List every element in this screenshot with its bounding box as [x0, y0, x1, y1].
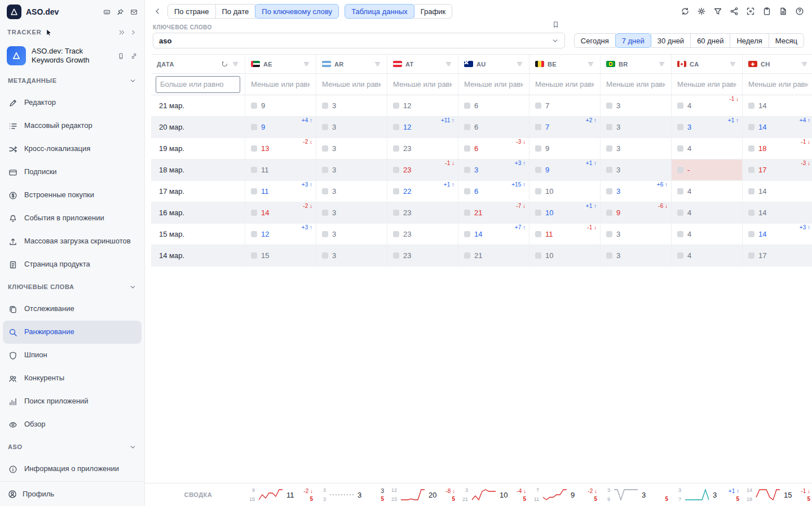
scan-icon[interactable] — [746, 7, 755, 16]
rank-cell: 14+3 ↑ — [743, 224, 812, 245]
profile-bar[interactable]: Профиль — [0, 481, 144, 506]
summary-cell: 3?3+1 ↑5 — [672, 483, 743, 506]
date-filter-input[interactable] — [156, 76, 240, 93]
settings-icon[interactable] — [697, 7, 706, 16]
period-button[interactable]: Сегодня — [574, 33, 616, 48]
sidebar-item[interactable]: Информация о приложении — [3, 458, 142, 481]
rank-filter-input[interactable] — [463, 80, 524, 88]
rank-cell: 11-1 ↓ — [529, 224, 601, 245]
rank-cell: 21-7 ↓ — [458, 202, 529, 223]
rank-value: 14 — [758, 187, 766, 196]
bars-icon — [8, 397, 17, 406]
sidebar-item[interactable]: Конкуренты — [3, 367, 142, 390]
sidebar-item[interactable]: Поиск приложений — [3, 390, 142, 413]
app-icon — [748, 103, 754, 109]
best-value: 12 — [391, 487, 397, 493]
period-button[interactable]: Неделя — [730, 33, 769, 48]
summary-current-value: 15 — [784, 491, 792, 499]
sidebar-item[interactable]: Шпион — [3, 344, 142, 367]
rank-value: 3 — [474, 166, 478, 174]
sidebar-section-header[interactable]: ASO — [0, 436, 144, 458]
clipboard-icon[interactable] — [762, 7, 771, 16]
phone-icon[interactable] — [117, 52, 125, 60]
toolbar-tab[interactable]: По ключевому слову — [255, 4, 339, 19]
sidebar-item[interactable]: Обзор — [3, 413, 142, 436]
main-content: По странеПо датеПо ключевому слову Табли… — [145, 0, 812, 506]
column-menu-icon[interactable] — [303, 60, 310, 68]
toolbar-tab[interactable]: По дате — [215, 4, 256, 19]
sidebar-item[interactable]: Кросс-локализация — [3, 137, 142, 161]
column-menu-icon[interactable] — [445, 60, 452, 68]
rank-filter-input[interactable] — [534, 80, 595, 88]
rank-filter-input[interactable] — [250, 80, 311, 88]
bookmark-icon[interactable] — [552, 21, 559, 28]
sidebar-item[interactable]: Массовый редактор — [3, 114, 142, 137]
column-menu-icon[interactable] — [587, 60, 594, 68]
rank-value: 23 — [403, 166, 411, 174]
sidebar-section-header[interactable]: МЕТАДАННЫЕ — [0, 70, 144, 91]
column-menu-icon[interactable] — [516, 60, 523, 68]
sidebar-section-header[interactable]: КЛЮЧЕВЫЕ СЛОВА — [0, 276, 144, 298]
change-badge: +1 ↑ — [444, 181, 454, 188]
rank-filter-input[interactable] — [747, 80, 809, 88]
share-icon[interactable] — [730, 7, 739, 16]
pin-icon[interactable] — [117, 8, 124, 16]
change-badge: -6 ↓ — [658, 203, 668, 209]
period-button[interactable]: 60 дней — [690, 33, 730, 48]
table-row: 18 мар.11323-1 ↓3+3 ↑9+1 ↑3-17-3 ↓ — [151, 159, 812, 181]
rank-filter-input[interactable] — [392, 80, 453, 88]
summary-cell: 33335 — [316, 483, 387, 506]
sidebar-item[interactable]: Массовая загрузка скриншотов — [3, 230, 142, 253]
period-button[interactable]: 30 дней — [651, 33, 691, 48]
back-button[interactable] — [153, 7, 162, 16]
filter-icon[interactable] — [713, 7, 722, 16]
summary-change: +1 ↑5 — [729, 488, 739, 502]
link-icon[interactable] — [130, 52, 138, 60]
column-menu-icon[interactable] — [658, 60, 665, 68]
view-tab[interactable]: Таблица данных — [345, 4, 414, 19]
rank-filter-input[interactable] — [321, 80, 382, 88]
rank-value: 23 — [403, 251, 411, 260]
sidebar-item[interactable]: Встроенные покупки — [3, 184, 142, 207]
export-icon[interactable] — [779, 7, 788, 16]
change-badge: -2 ↓ — [303, 139, 312, 145]
users-icon — [8, 374, 17, 383]
sync-icon[interactable] — [681, 7, 690, 16]
summary-cell: 141815-1 ↓5 — [743, 483, 812, 506]
rank-value: 3 — [616, 123, 620, 131]
sidebar-item[interactable]: Страница продукта — [3, 253, 142, 276]
period-button[interactable]: Месяц — [769, 33, 804, 48]
tracked-app-card[interactable]: ASO.dev: Track Keywords Growth — [0, 41, 144, 70]
sidebar-item[interactable]: Подписки — [3, 161, 142, 184]
keyboard-icon[interactable] — [103, 8, 111, 16]
view-tab[interactable]: График — [414, 4, 452, 19]
chevron-right-icon[interactable] — [130, 29, 137, 36]
summary-current-value: 9 — [571, 491, 575, 499]
sidebar-header: ASO.dev — [0, 0, 144, 24]
rank-value: 22 — [403, 187, 411, 196]
rank-value: 13 — [261, 144, 269, 153]
column-menu-icon[interactable] — [374, 60, 381, 68]
app-icon — [464, 188, 470, 194]
rank-filter-input[interactable] — [676, 80, 738, 88]
chevrons-right-icon[interactable] — [118, 29, 125, 36]
rank-value: 10 — [545, 187, 553, 196]
period-button[interactable]: 7 дней — [615, 33, 651, 48]
column-menu-icon[interactable] — [729, 60, 736, 68]
rank-value: 3 — [332, 251, 336, 260]
app-icon — [677, 210, 683, 216]
column-menu-icon[interactable] — [232, 60, 239, 68]
toolbar-tab[interactable]: По стране — [167, 4, 216, 19]
keyword-select[interactable]: aso — [153, 33, 565, 48]
help-icon[interactable] — [795, 7, 804, 16]
refresh-icon[interactable] — [221, 60, 228, 68]
sidebar-item[interactable]: Отслеживание — [3, 298, 142, 321]
sidebar-item[interactable]: Ранжирование — [3, 321, 142, 344]
rank-value: 3 — [332, 166, 336, 174]
rank-filter-input[interactable] — [605, 80, 667, 88]
sidebar-item[interactable]: Редактор — [3, 91, 142, 114]
column-menu-icon[interactable] — [801, 60, 808, 68]
date-value: 17 мар. — [159, 187, 184, 196]
mail-icon[interactable] — [130, 8, 138, 16]
sidebar-item[interactable]: События в приложении — [3, 207, 142, 230]
